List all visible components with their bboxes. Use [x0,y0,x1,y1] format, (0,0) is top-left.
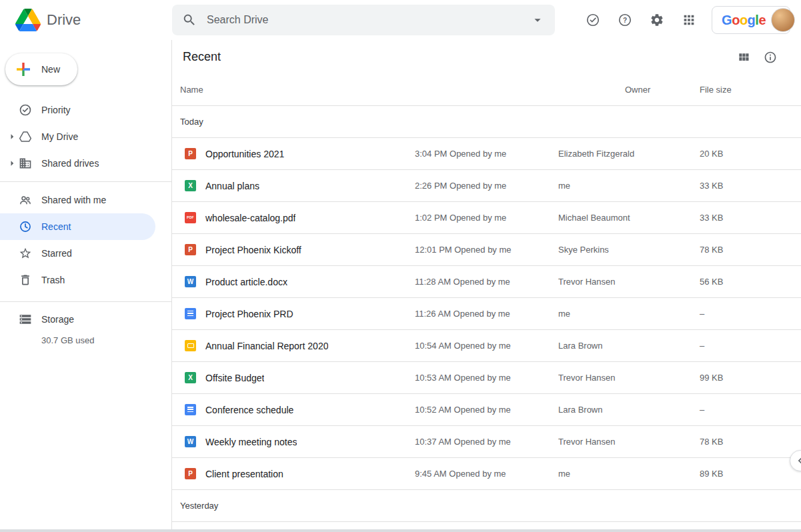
file-activity: 11:26 AM Opened by me [415,309,558,319]
topbar: Drive ? Google [0,0,801,40]
sidebar-item-label: Priority [41,105,71,115]
sidebar-item-label: Storage [41,314,74,325]
file-type-word-icon: W [185,436,196,447]
search-options-caret-icon[interactable] [524,7,551,33]
file-row[interactable]: PClient presentation9:45 AM Opened by me… [172,458,801,490]
file-activity: 9:45 AM Opened by me [415,469,558,479]
offline-status-icon[interactable] [580,7,606,33]
topbar-actions: ? Google [580,6,801,34]
search-bar[interactable] [172,5,555,35]
settings-gear-icon[interactable] [644,7,670,33]
file-owner: Trevor Hansen [558,277,700,287]
column-owner[interactable]: Owner [558,85,700,95]
new-button[interactable]: New [5,53,77,85]
file-owner: Michael Beaumont [558,213,700,223]
file-activity: 10:52 AM Opened by me [415,405,558,415]
file-activity: 11:28 AM Opened by me [415,277,558,287]
file-name: wholesale-catalog.pdf [205,213,295,223]
sidebar: New PriorityMy DriveShared drivesShared … [0,40,171,532]
file-name: Annual plans [205,181,259,191]
file-owner: me [558,181,700,191]
file-row[interactable]: Annual Financial Report 202010:54 AM Ope… [172,330,801,362]
file-row[interactable]: XOffsite Budget10:53 AM Opened by meTrev… [172,362,801,394]
file-size: – [700,341,790,351]
file-name: Product article.docx [205,277,287,287]
file-size: 78 KB [700,245,790,255]
file-size: 33 KB [700,213,790,223]
file-size: 56 KB [700,277,790,287]
list-column-headers: Name Owner File size [172,74,801,106]
file-activity: 10:53 AM Opened by me [415,373,558,383]
main-header: Recent [172,40,801,74]
file-type-powerpoint-icon: P [185,244,196,255]
file-activity: 3:04 PM Opened by me [415,149,558,159]
plus-icon [13,59,33,79]
sidebar-item-storage[interactable]: Storage [0,306,155,333]
file-type-powerpoint-icon: P [185,148,196,159]
drive-logo-icon [15,9,41,31]
file-row[interactable]: XAnnual plans2:26 PM Opened by meme33 KB [172,170,801,202]
google-logo: Google [722,13,766,27]
sidebar-item-label: Trash [41,275,65,285]
file-row[interactable]: Project Phoenix PRD11:26 AM Opened by me… [172,298,801,330]
file-type-excel-icon: X [185,372,196,383]
file-activity: 12:01 PM Opened by me [415,245,558,255]
file-type-excel-icon: X [185,180,196,191]
sidebar-item-recent[interactable]: Recent [0,213,155,240]
file-name: Opportunities 2021 [205,149,284,159]
sidebar-nav: PriorityMy DriveShared drivesShared with… [0,97,171,293]
file-row[interactable]: PDFwholesale-catalog.pdf1:02 PM Opened b… [172,202,801,234]
sidebar-item-trash[interactable]: Trash [0,267,155,293]
file-size: – [700,405,790,415]
file-row[interactable]: Conference schedule10:52 AM Opened by me… [172,394,801,426]
file-type-gdoc-icon [185,404,196,415]
file-row[interactable]: POpportunities 20213:04 PM Opened by meE… [172,138,801,170]
file-name: Offsite Budget [205,373,264,383]
column-name[interactable]: Name [180,85,415,95]
google-apps-grid-icon[interactable] [676,7,702,33]
file-row[interactable]: PProject Phoenix Kickoff12:01 PM Opened … [172,234,801,266]
file-row[interactable]: WWeekly meeting notes10:37 AM Opened by … [172,426,801,458]
sidebar-item-label: Starred [41,248,72,259]
file-type-pdf-icon: PDF [185,212,196,223]
file-owner: Skye Perkins [558,245,700,255]
file-type-gslide-icon [185,340,196,351]
sidebar-divider [0,181,171,182]
file-owner: Lara Brown [558,341,700,351]
sidebar-item-priority[interactable]: Priority [0,97,155,123]
column-file-size[interactable]: File size [700,85,790,95]
sidebar-item-label: Shared with me [41,195,106,205]
search-input[interactable] [203,14,524,26]
page-title: Recent [183,50,221,64]
my-drive-icon [19,130,32,143]
sidebar-item-shared-drives[interactable]: Shared drives [0,150,155,177]
file-name: Client presentation [205,469,283,479]
main-content: Recent Name Owner File size TodayPOpport… [171,40,801,532]
horizontal-scrollbar[interactable] [0,529,801,532]
drive-home-link[interactable]: Drive [0,9,172,31]
app-title: Drive [47,11,81,29]
file-activity: 1:02 PM Opened by me [415,213,558,223]
file-owner: Elizabeth Fitzgerald [558,149,700,159]
grid-view-icon[interactable] [730,44,757,71]
file-row[interactable]: WProduct article.docx11:28 AM Opened by … [172,266,801,298]
file-activity: 10:54 AM Opened by me [415,341,558,351]
sidebar-item-starred[interactable]: Starred [0,240,155,267]
info-icon[interactable] [757,44,784,71]
sidebar-item-my-drive[interactable]: My Drive [0,123,155,150]
file-name: Project Phoenix PRD [205,309,293,319]
file-name: Project Phoenix Kickoff [205,245,301,255]
file-type-word-icon: W [185,276,196,287]
file-size: 20 KB [700,149,790,159]
sidebar-item-label: Shared drives [41,158,99,169]
account-box: Google [712,6,790,34]
search-icon[interactable] [176,7,203,33]
section-label: Today [172,106,801,138]
sidebar-item-shared-with-me[interactable]: Shared with me [0,187,155,213]
help-icon[interactable]: ? [612,7,638,33]
account-avatar[interactable] [771,8,795,32]
file-name: Weekly meeting notes [205,437,297,447]
expand-arrow-icon[interactable] [5,131,19,143]
expand-arrow-icon[interactable] [5,157,19,169]
file-size: 33 KB [700,181,790,191]
